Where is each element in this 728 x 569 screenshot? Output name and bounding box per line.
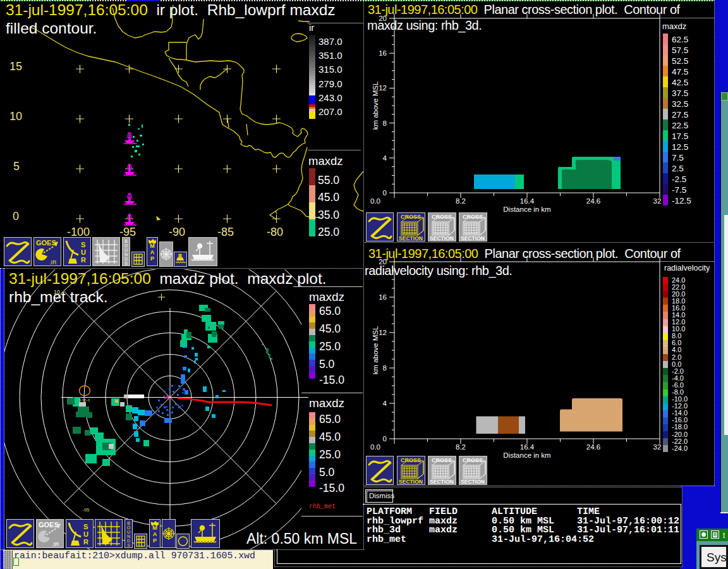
svg-text:km above MSL: km above MSL xyxy=(372,81,379,130)
svg-text:12: 12 xyxy=(379,329,387,336)
svg-text:4: 4 xyxy=(383,400,387,407)
svg-text:8: 8 xyxy=(383,364,387,372)
svg-text:16.4: 16.4 xyxy=(520,443,535,451)
svg-text:8: 8 xyxy=(383,119,387,127)
svg-text:16: 16 xyxy=(379,293,387,301)
svg-text:16: 16 xyxy=(379,49,387,57)
svg-text:0: 0 xyxy=(383,189,387,197)
svg-text:km above MSL: km above MSL xyxy=(372,326,379,374)
svg-text:32: 32 xyxy=(653,197,662,205)
svg-text:8.2: 8.2 xyxy=(456,197,466,205)
svg-text:Distance in km: Distance in km xyxy=(503,205,550,213)
svg-text:16.4: 16.4 xyxy=(520,197,535,205)
svg-text:Distance in km: Distance in km xyxy=(503,451,550,459)
svg-text:B-95-0: B-95-0 xyxy=(78,398,90,402)
svg-text:0: 0 xyxy=(383,435,387,443)
svg-text:4: 4 xyxy=(383,154,387,162)
svg-text:24.6: 24.6 xyxy=(586,197,600,205)
svg-text:0.0: 0.0 xyxy=(370,197,380,205)
svg-text:32: 32 xyxy=(653,443,662,451)
svg-text:0.0: 0.0 xyxy=(370,443,380,451)
svg-text:-95: -95 xyxy=(82,507,90,513)
svg-text:24.6: 24.6 xyxy=(586,443,600,451)
svg-text:12: 12 xyxy=(379,84,387,92)
svg-text:8.2: 8.2 xyxy=(456,443,466,451)
